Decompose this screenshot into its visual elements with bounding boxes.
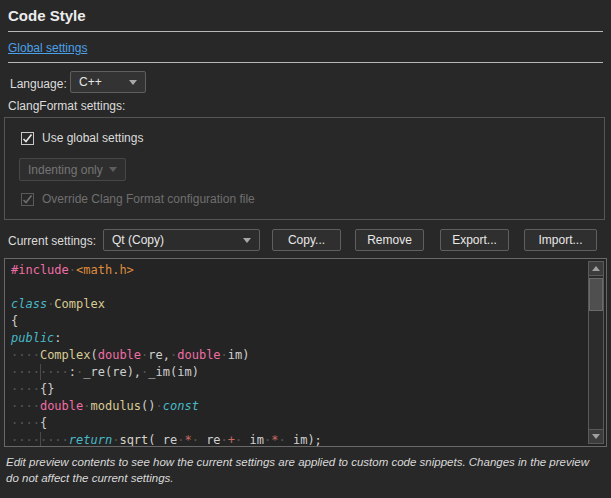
page-title: Code Style: [8, 7, 86, 24]
chevron-down-icon: [243, 238, 251, 243]
global-settings-link[interactable]: Global settings: [8, 41, 87, 55]
arrow-up-icon: [592, 266, 600, 271]
language-dropdown[interactable]: C++: [70, 71, 146, 93]
current-settings-label: Current settings:: [8, 234, 96, 248]
checkbox-checked-icon: [21, 132, 34, 145]
code-line: ········return·sqrt(_re·*·_re·+·_im·*·_i…: [11, 432, 586, 447]
use-global-settings-checkbox[interactable]: Use global settings: [21, 131, 143, 145]
scrollbar-thumb[interactable]: [589, 278, 603, 311]
code-style-settings-page: Code Style Global settings Language: C++…: [0, 0, 611, 498]
code-line: #include·<math.h>: [11, 262, 586, 279]
preview-help-note-line1: Edit preview contents to see how the cur…: [6, 454, 606, 470]
code-content: #include·<math.h> class·Complex{public:·…: [11, 262, 586, 447]
scroll-down-button[interactable]: [589, 429, 603, 443]
scroll-up-button[interactable]: [589, 262, 603, 276]
current-settings-value: Qt (Copy): [112, 233, 164, 247]
clangformat-mode-dropdown: Indenting only: [19, 158, 126, 181]
chevron-down-icon: [109, 167, 117, 172]
checkbox-checked-icon: [21, 193, 34, 206]
code-line: ····{: [11, 415, 586, 432]
code-line: ····{}: [11, 381, 586, 398]
code-line: ····Complex(double·re,·double·im): [11, 347, 586, 364]
clangformat-group-label: ClangFormat settings:: [8, 99, 125, 113]
override-clang-format-checkbox: Override Clang Format configuration file: [21, 192, 255, 206]
current-settings-dropdown[interactable]: Qt (Copy): [103, 229, 260, 251]
code-line: class·Complex: [11, 296, 586, 313]
use-global-settings-label: Use global settings: [42, 131, 143, 145]
code-line: ····double·modulus()·const: [11, 398, 586, 415]
link-divider: [8, 62, 603, 63]
code-line: ········:·_re(re),·_im(im): [11, 364, 586, 381]
language-dropdown-value: C++: [79, 75, 102, 89]
copy-button[interactable]: Copy...: [272, 229, 341, 251]
clangformat-groupbox: Use global settings Indenting only Overr…: [4, 117, 605, 220]
code-line: {: [11, 313, 586, 330]
export-button[interactable]: Export...: [440, 229, 509, 251]
import-button[interactable]: Import...: [524, 229, 597, 251]
language-label: Language:: [10, 77, 67, 91]
preview-help-note: Edit preview contents to see how the cur…: [6, 454, 606, 486]
remove-button[interactable]: Remove: [355, 229, 424, 251]
override-clang-format-label: Override Clang Format configuration file: [42, 192, 255, 206]
clangformat-mode-value: Indenting only: [28, 163, 103, 177]
chevron-down-icon: [129, 80, 137, 85]
vertical-scrollbar[interactable]: [588, 261, 604, 444]
arrow-down-icon: [592, 434, 600, 439]
code-preview-editor[interactable]: #include·<math.h> class·Complex{public:·…: [4, 258, 607, 447]
code-line: public:: [11, 330, 586, 347]
preview-help-note-line2: do not affect the current settings.: [6, 470, 606, 486]
title-divider: [8, 31, 603, 32]
code-line: [11, 279, 586, 296]
